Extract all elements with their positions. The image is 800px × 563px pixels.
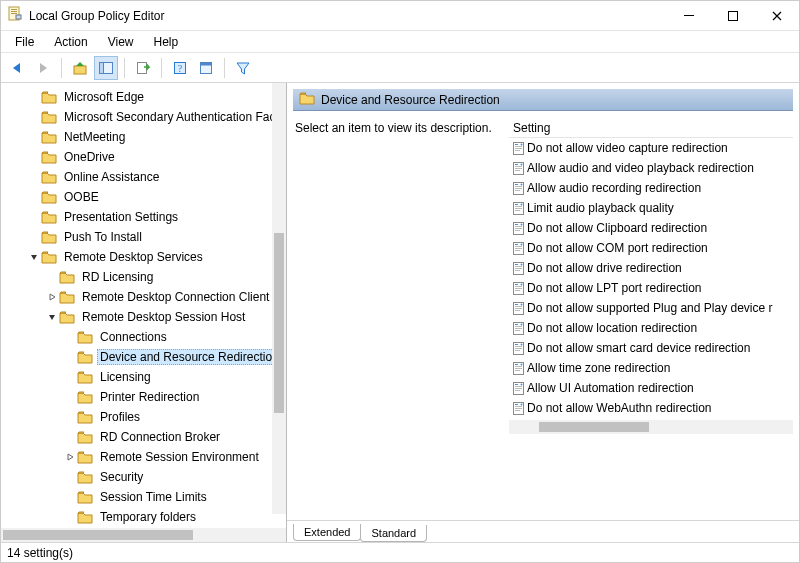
setting-item[interactable]: Do not allow LPT port redirection: [509, 278, 793, 298]
settings-horizontal-scrollbar[interactable]: [509, 420, 793, 434]
setting-item[interactable]: Do not allow WebAuthn redirection: [509, 398, 793, 418]
tree-horizontal-scrollbar[interactable]: [1, 528, 286, 542]
setting-item[interactable]: Do not allow COM port redirection: [509, 238, 793, 258]
tree-item[interactable]: Microsoft Edge: [1, 87, 286, 107]
show-tree-button[interactable]: [94, 56, 118, 80]
svg-point-98: [520, 404, 522, 406]
menu-file[interactable]: File: [5, 33, 44, 51]
setting-item[interactable]: Do not allow supported Plug and Play dev…: [509, 298, 793, 318]
folder-icon: [41, 90, 57, 104]
tree-item[interactable]: Remote Session Environment: [1, 447, 286, 467]
folder-icon: [77, 370, 93, 384]
menu-help[interactable]: Help: [144, 33, 189, 51]
svg-rect-19: [515, 150, 520, 151]
svg-rect-5: [684, 15, 694, 16]
tree-item[interactable]: Connections: [1, 327, 286, 347]
setting-item-label: Do not allow drive redirection: [527, 261, 682, 275]
svg-rect-3: [11, 13, 17, 14]
settings-list[interactable]: Do not allow video capture redirectionAl…: [509, 138, 793, 418]
tree-item[interactable]: Profiles: [1, 407, 286, 427]
tree-item[interactable]: Printer Redirection: [1, 387, 286, 407]
policy-icon: [511, 161, 525, 175]
scrollbar-thumb[interactable]: [539, 422, 649, 432]
setting-item[interactable]: Do not allow video capture redirection: [509, 138, 793, 158]
policy-icon: [511, 241, 525, 255]
policy-icon: [511, 261, 525, 275]
close-button[interactable]: [755, 1, 799, 31]
tree-item[interactable]: Temporary folders: [1, 507, 286, 527]
svg-rect-34: [515, 204, 518, 205]
scrollbar-thumb[interactable]: [3, 530, 193, 540]
tree-item[interactable]: Push To Install: [1, 227, 286, 247]
tree-item[interactable]: Session Time Limits: [1, 487, 286, 507]
forward-button[interactable]: [31, 56, 55, 80]
properties-button[interactable]: [194, 56, 218, 80]
tree-item[interactable]: Presentation Settings: [1, 207, 286, 227]
tab-extended[interactable]: Extended: [293, 524, 361, 541]
tree-item[interactable]: Online Assistance: [1, 167, 286, 187]
tree-item[interactable]: Remote Desktop Session Host: [1, 307, 286, 327]
policy-icon: [511, 381, 525, 395]
policy-icon: [511, 181, 525, 195]
tree-item[interactable]: OOBE: [1, 187, 286, 207]
details-header-title: Device and Resource Redirection: [321, 93, 500, 107]
chevron-down-icon[interactable]: [45, 312, 59, 322]
minimize-button[interactable]: [667, 1, 711, 31]
tree-item[interactable]: Remote Desktop Connection Client: [1, 287, 286, 307]
setting-item[interactable]: Allow audio and video playback redirecti…: [509, 158, 793, 178]
tab-standard[interactable]: Standard: [360, 525, 427, 542]
tree-item[interactable]: RD Connection Broker: [1, 427, 286, 447]
help-button[interactable]: ?: [168, 56, 192, 80]
tree[interactable]: Microsoft EdgeMicrosoft Secondary Authen…: [1, 87, 286, 528]
setting-item[interactable]: Allow time zone redirection: [509, 358, 793, 378]
svg-rect-17: [515, 146, 522, 147]
tree-item-label: Presentation Settings: [61, 209, 181, 225]
setting-item[interactable]: Do not allow drive redirection: [509, 258, 793, 278]
setting-item[interactable]: Allow UI Automation redirection: [509, 378, 793, 398]
tree-item-label: Microsoft Secondary Authentication Fact: [61, 109, 282, 125]
setting-item[interactable]: Allow audio recording redirection: [509, 178, 793, 198]
tree-item[interactable]: Licensing: [1, 367, 286, 387]
back-button[interactable]: [5, 56, 29, 80]
menu-action[interactable]: Action: [44, 33, 97, 51]
setting-item-label: Allow audio and video playback redirecti…: [527, 161, 754, 175]
setting-item-label: Do not allow smart card device redirecti…: [527, 341, 750, 355]
up-button[interactable]: [68, 56, 92, 80]
tree-item-label: Remote Desktop Connection Client: [79, 289, 272, 305]
export-button[interactable]: [131, 56, 155, 80]
tree-item[interactable]: RD Licensing: [1, 267, 286, 287]
setting-item[interactable]: Do not allow location redirection: [509, 318, 793, 338]
tree-vertical-scrollbar[interactable]: [272, 83, 286, 514]
tree-item[interactable]: Security: [1, 467, 286, 487]
scrollbar-thumb[interactable]: [274, 233, 284, 413]
tree-item-label: Microsoft Edge: [61, 89, 147, 105]
svg-rect-91: [515, 390, 520, 391]
svg-rect-40: [515, 224, 518, 225]
svg-rect-29: [515, 186, 522, 187]
svg-point-86: [520, 364, 522, 366]
description-column: Select an item to view its description.: [293, 113, 509, 520]
setting-item-label: Allow time zone redirection: [527, 361, 670, 375]
setting-item[interactable]: Limit audio playback quality: [509, 198, 793, 218]
svg-rect-10: [138, 62, 147, 73]
maximize-button[interactable]: [711, 1, 755, 31]
chevron-down-icon[interactable]: [27, 252, 41, 262]
svg-rect-55: [515, 270, 520, 271]
policy-icon: [511, 221, 525, 235]
tree-item[interactable]: Remote Desktop Services: [1, 247, 286, 267]
filter-button[interactable]: [231, 56, 255, 80]
setting-item-label: Allow audio recording redirection: [527, 181, 701, 195]
tree-item[interactable]: NetMeeting: [1, 127, 286, 147]
setting-item[interactable]: Do not allow smart card device redirecti…: [509, 338, 793, 358]
tree-item[interactable]: OneDrive: [1, 147, 286, 167]
chevron-right-icon[interactable]: [45, 292, 59, 302]
menu-view[interactable]: View: [98, 33, 144, 51]
svg-rect-48: [515, 248, 522, 249]
settings-column-header[interactable]: Setting: [509, 119, 793, 138]
tree-item[interactable]: Device and Resource Redirection: [1, 347, 286, 367]
chevron-right-icon[interactable]: [63, 452, 77, 462]
setting-item[interactable]: Do not allow Clipboard redirection: [509, 218, 793, 238]
tree-item[interactable]: Microsoft Secondary Authentication Fact: [1, 107, 286, 127]
svg-rect-35: [515, 206, 522, 207]
svg-rect-16: [515, 144, 518, 145]
